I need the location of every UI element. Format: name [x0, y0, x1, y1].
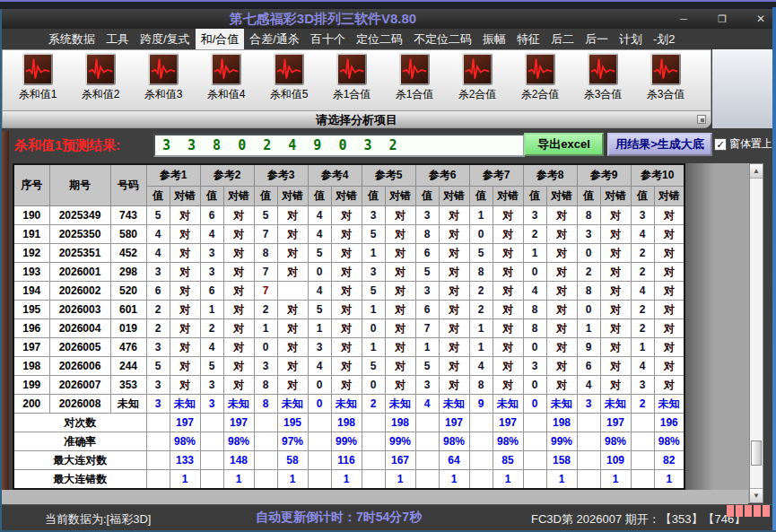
cell-ref-value[interactable]: 3	[146, 376, 170, 395]
summary-gap-cell[interactable]	[308, 470, 331, 490]
toolbar-button-2[interactable]: 杀和值2	[69, 53, 132, 102]
cell-ref-result[interactable]: 对	[331, 225, 362, 244]
cell-period[interactable]: 2026006	[49, 357, 110, 376]
cell-ref-value[interactable]: 8	[523, 319, 546, 338]
cell-ref-value[interactable]: 2	[469, 301, 493, 319]
menu-item-0[interactable]: 系统数据	[43, 29, 100, 50]
cell-ref-result[interactable]: 对	[331, 206, 362, 225]
cell-ref-result[interactable]: 对	[223, 225, 254, 244]
cell-number[interactable]: 244	[110, 357, 146, 376]
summary-gap-cell[interactable]	[577, 432, 600, 451]
cell-ref-value[interactable]: 3	[200, 395, 223, 414]
cell-ref-value[interactable]: 2	[631, 319, 654, 338]
minimize-icon[interactable]: ─	[673, 12, 694, 26]
cell-ref-value[interactable]: 3	[146, 338, 170, 357]
cell-index[interactable]: 194	[13, 282, 49, 301]
cell-ref-result[interactable]: 对	[223, 338, 254, 357]
cell-ref-result[interactable]: 对	[546, 225, 577, 244]
cell-ref-value[interactable]: 2	[577, 263, 600, 282]
summary-value-cell[interactable]: 98%	[170, 432, 200, 451]
cell-ref-result[interactable]: 对	[170, 357, 200, 376]
summary-value-cell[interactable]: 99%	[331, 432, 362, 451]
cell-number[interactable]: 019	[110, 319, 146, 338]
summary-gap-cell[interactable]	[254, 414, 277, 432]
cell-ref-result[interactable]: 对	[493, 244, 523, 263]
cell-ref-value[interactable]: 1	[200, 301, 223, 319]
cell-ref-value[interactable]: 9	[577, 338, 600, 357]
cell-number[interactable]: 580	[110, 225, 146, 244]
cell-period[interactable]: 2025349	[49, 206, 110, 225]
cell-ref-result[interactable]: 未知	[277, 395, 308, 414]
cell-ref-value[interactable]: 3	[362, 263, 385, 282]
cell-ref-value[interactable]: 2	[362, 395, 385, 414]
cell-ref-value[interactable]: 5	[415, 263, 439, 282]
cell-ref-result[interactable]: 对	[277, 376, 308, 395]
summary-value-cell[interactable]: 98%	[223, 432, 254, 451]
cell-ref-value[interactable]: 4	[577, 376, 600, 395]
cell-index[interactable]: 191	[13, 225, 49, 244]
cell-ref-result[interactable]: 对	[600, 338, 631, 357]
cell-ref-value[interactable]: 8	[469, 376, 493, 395]
cell-ref-result[interactable]: 对	[385, 263, 415, 282]
scroll-up-icon[interactable]: ▲	[750, 164, 763, 179]
cell-ref-result[interactable]: 对	[493, 319, 523, 338]
cell-ref-result[interactable]: 对	[439, 263, 469, 282]
cell-ref-value[interactable]: 3	[577, 395, 600, 414]
summary-gap-cell[interactable]	[469, 432, 493, 451]
cell-ref-result[interactable]: 对	[493, 357, 523, 376]
toolbar-button-6[interactable]: 杀1合值	[320, 53, 383, 102]
summary-gap-cell[interactable]	[146, 451, 170, 470]
cell-ref-result[interactable]: 对	[223, 263, 254, 282]
summary-value-cell[interactable]: 198	[385, 414, 415, 432]
cell-ref-value[interactable]: 7	[254, 282, 277, 301]
summary-value-cell[interactable]: 85	[493, 451, 523, 470]
cell-ref-value[interactable]: 3	[523, 357, 546, 376]
cell-ref-value[interactable]: 2	[200, 319, 223, 338]
summary-gap-cell[interactable]	[631, 451, 654, 470]
summary-value-cell[interactable]: 158	[546, 451, 577, 470]
checkbox-checked-icon[interactable]: ✓	[714, 138, 727, 151]
toolbar-button-8[interactable]: 杀2合值	[446, 53, 509, 102]
cell-ref-result[interactable]: 对	[331, 357, 362, 376]
cell-ref-value[interactable]: 2	[254, 301, 277, 319]
cell-index[interactable]: 192	[13, 244, 49, 263]
cell-ref-result[interactable]: 对	[546, 244, 577, 263]
summary-value-cell[interactable]: 198	[546, 414, 577, 432]
menu-item-8[interactable]: 振幅	[477, 29, 511, 50]
cell-ref-value[interactable]: 5	[308, 244, 331, 263]
summary-value-cell[interactable]: 148	[223, 451, 254, 470]
prediction-input[interactable]: 3 3 8 0 2 4 9 0 3 2	[153, 134, 525, 157]
window-topmost-toggle[interactable]: ✓ 窗体置上	[714, 136, 772, 152]
cell-ref-result[interactable]: 对	[223, 319, 254, 338]
cell-ref-value[interactable]: 4	[469, 357, 493, 376]
cell-ref-value[interactable]: 4	[308, 206, 331, 225]
cell-ref-value[interactable]: 5	[146, 206, 170, 225]
cell-number[interactable]: 452	[110, 244, 146, 263]
cell-ref-result[interactable]: 对	[439, 319, 469, 338]
cell-ref-value[interactable]: 4	[631, 282, 654, 301]
summary-value-cell[interactable]: 1	[331, 470, 362, 490]
cell-ref-result[interactable]: 对	[385, 301, 415, 319]
summary-gap-cell[interactable]	[362, 432, 385, 451]
cell-ref-value[interactable]: 5	[308, 301, 331, 319]
summary-gap-cell[interactable]	[523, 432, 546, 451]
summary-gap-cell[interactable]	[254, 432, 277, 451]
cell-ref-result[interactable]: 对	[654, 244, 684, 263]
cell-ref-value[interactable]: 4	[146, 244, 170, 263]
cell-period[interactable]: 2025350	[49, 225, 110, 244]
cell-ref-value[interactable]: 1	[415, 338, 439, 357]
cell-ref-result[interactable]: 对	[493, 282, 523, 301]
cell-number[interactable]: 743	[110, 206, 146, 225]
cell-ref-value[interactable]: 0	[308, 376, 331, 395]
cell-ref-result[interactable]: 对	[600, 301, 631, 319]
cell-ref-value[interactable]: 0	[523, 263, 546, 282]
cell-ref-result[interactable]: 对	[170, 225, 200, 244]
cell-ref-value[interactable]: 8	[577, 206, 600, 225]
cell-ref-result[interactable]: 对	[223, 357, 254, 376]
cell-ref-result[interactable]: 对	[223, 376, 254, 395]
toolbar-button-1[interactable]: 杀和值1	[6, 53, 69, 102]
summary-value-cell[interactable]: 167	[385, 451, 415, 470]
cell-ref-result[interactable]: 对	[600, 244, 631, 263]
cell-ref-result[interactable]: 对	[277, 357, 308, 376]
export-excel-button[interactable]: 导出excel	[524, 133, 604, 156]
